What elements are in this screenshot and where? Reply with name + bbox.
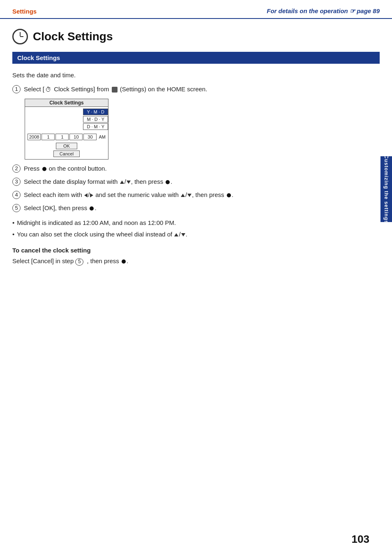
filled-circle-icon-3 [227, 193, 231, 197]
triangle-up-icon-3 [174, 233, 178, 236]
main-content: Clock Settings Clock Settings Sets the d… [0, 29, 392, 287]
step-2: 2 Press on the control button. [12, 164, 380, 174]
option-mdy: M · D · Y [83, 116, 108, 123]
gear-icon [112, 87, 118, 93]
bullet-1-text: Midnight is indicated as 12:00 AM, and n… [17, 218, 176, 228]
cancel-section: To cancel the clock setting Select [Canc… [12, 247, 380, 266]
step-1-text: Select [⏱ Clock Settings] from (Settings… [24, 84, 380, 95]
bullet-1: • Midnight is indicated as 12:00 AM, and… [12, 218, 380, 228]
step-5-text: Select [OK], then press . [24, 203, 380, 213]
step-4: 4 Select each item with / and set the nu… [12, 190, 380, 200]
page-header: Settings For details on the operation ☞ … [0, 0, 392, 19]
step-1: 1 Select [⏱ Clock Settings] from (Settin… [12, 84, 380, 95]
step-num-1: 1 [12, 85, 21, 93]
step-3-text: Select the date display format with /, t… [24, 177, 380, 187]
section-header: Clock Settings [12, 52, 380, 64]
header-left-label: Settings [12, 8, 37, 15]
triangle-down-icon-2 [187, 194, 191, 197]
step-num-4: 4 [12, 191, 21, 199]
filled-circle-icon-2 [166, 180, 170, 184]
intro-text: Sets the date and time. [12, 70, 380, 80]
dialog-title: Clock Settings [25, 99, 108, 107]
dialog-options: Y · M · D M · D · Y D · M · Y [83, 109, 108, 131]
field-hour: 10 [69, 134, 83, 140]
bullet-2: • You can also set the clock using the w… [12, 229, 380, 239]
bullet-dot-2: • [12, 229, 14, 239]
triangle-down-icon [127, 181, 131, 184]
field-month: 1 [42, 134, 55, 140]
sidebar-label: Customizing the settings [380, 156, 392, 222]
triangle-right-icon [90, 193, 93, 197]
dialog-box: Clock Settings Y · M · D M · D · Y D · M… [25, 99, 108, 160]
step-num-2: 2 [12, 164, 21, 173]
option-dmy: D · M · Y [83, 123, 108, 130]
field-ampm: AM [99, 134, 106, 139]
bullet-2-text: You can also set the clock using the whe… [17, 229, 187, 239]
dialog-cancel-btn: Cancel [53, 150, 80, 157]
field-day: 1 [55, 134, 69, 140]
filled-circle-icon [42, 167, 46, 171]
bullet-dot-1: • [12, 218, 14, 228]
triangle-up-icon [120, 181, 124, 184]
header-right-label: For details on the operation ☞ page 89 [267, 7, 380, 15]
cancel-step-num: 5 [75, 258, 83, 266]
step-5: 5 Select [OK], then press . [12, 203, 380, 213]
field-minute: 30 [83, 134, 97, 140]
page-title: Clock Settings [33, 30, 113, 43]
step-4-text: Select each item with / and set the nume… [24, 190, 380, 200]
dialog-date-row: 2008 1 1 10 30 AM [25, 132, 108, 141]
cancel-text: Select [Cancel] in step 5, then press . [12, 256, 380, 266]
clock-icon [12, 29, 28, 44]
field-year: 2008 [28, 134, 41, 140]
triangle-up-icon-2 [181, 194, 185, 197]
step-num-3: 3 [12, 178, 21, 186]
step-2-text: Press on the control button. [24, 164, 380, 174]
page-title-section: Clock Settings [12, 29, 380, 44]
dialog-container: Clock Settings Y · M · D M · D · Y D · M… [25, 99, 380, 160]
option-ymd: Y · M · D [83, 109, 108, 115]
step-num-5: 5 [12, 204, 21, 212]
page-number: 103 [352, 533, 369, 546]
cancel-heading: To cancel the clock setting [12, 247, 380, 254]
step-3: 3 Select the date display format with /,… [12, 177, 380, 187]
filled-circle-icon-4 [90, 206, 94, 211]
triangle-down-icon-3 [181, 233, 185, 236]
filled-circle-icon-5 [122, 259, 126, 264]
triangle-left-icon [84, 193, 88, 197]
clock-small-icon: ⏱ [45, 85, 51, 95]
dialog-ok-btn: OK [56, 143, 77, 149]
